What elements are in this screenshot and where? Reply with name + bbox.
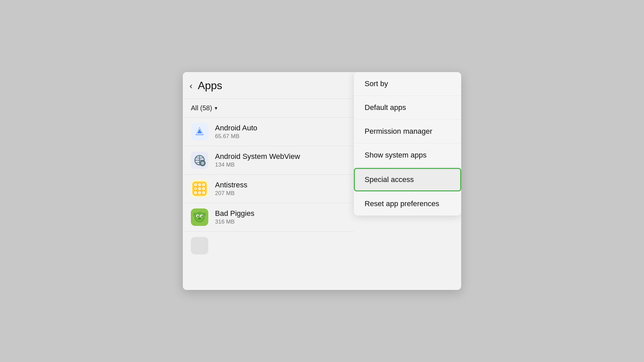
filter-label: All (58)	[191, 104, 212, 112]
svg-point-21	[198, 191, 202, 195]
partial-app-icon	[191, 237, 208, 254]
menu-item-show-system-apps[interactable]: Show system apps	[354, 143, 461, 167]
svg-point-19	[202, 187, 206, 191]
app-size: 65.67 MB	[215, 133, 257, 140]
svg-point-33	[193, 213, 197, 217]
app-icon-android-auto	[191, 123, 208, 140]
app-info-antistress: Antistress 207 MB	[215, 181, 248, 197]
svg-point-31	[199, 218, 200, 219]
apps-panel: ‹ Apps All (58) ▾ Android Auto	[183, 72, 354, 290]
dropdown-menu: Sort by Default apps Permission manager …	[354, 72, 461, 216]
svg-point-22	[202, 191, 206, 195]
app-icon-webview	[191, 152, 208, 169]
svg-point-29	[201, 216, 203, 217]
svg-rect-10	[200, 163, 201, 164]
svg-point-17	[194, 187, 198, 191]
svg-point-34	[203, 213, 206, 217]
svg-point-20	[194, 191, 198, 195]
apps-header: ‹ Apps	[183, 72, 354, 99]
app-name: Bad Piggies	[215, 209, 254, 218]
app-size: 207 MB	[215, 190, 248, 197]
app-size: 316 MB	[215, 219, 254, 225]
menu-item-sort-by[interactable]: Sort by	[354, 72, 461, 96]
svg-point-32	[200, 218, 201, 219]
app-size: 134 MB	[215, 162, 300, 168]
filter-dropdown-arrow: ▾	[215, 105, 217, 111]
svg-point-15	[198, 183, 202, 187]
list-item[interactable]: Android Auto 65.67 MB	[183, 118, 354, 146]
page-title: Apps	[198, 79, 222, 92]
list-item[interactable]: Antistress 207 MB	[183, 175, 354, 203]
app-info-android-auto: Android Auto 65.67 MB	[215, 124, 257, 140]
app-name: Android Auto	[215, 124, 257, 132]
menu-item-special-access[interactable]: Special access	[354, 168, 461, 191]
svg-point-18	[198, 187, 202, 191]
menu-item-reset-app-preferences[interactable]: Reset app preferences	[354, 192, 461, 216]
svg-rect-11	[204, 163, 206, 164]
filter-row[interactable]: All (58) ▾	[183, 99, 354, 118]
svg-rect-8	[202, 160, 203, 162]
app-info-bad-piggies: Bad Piggies 316 MB	[215, 209, 254, 225]
app-info-webview: Android System WebView 134 MB	[215, 152, 300, 168]
list-item[interactable]: Bad Piggies 316 MB	[183, 203, 354, 232]
svg-point-16	[202, 183, 206, 187]
menu-item-default-apps[interactable]: Default apps	[354, 96, 461, 120]
svg-point-28	[197, 216, 199, 217]
app-name: Antistress	[215, 181, 248, 189]
menu-item-permission-manager[interactable]: Permission manager	[354, 120, 461, 143]
partial-app-item	[183, 232, 354, 260]
svg-point-14	[194, 183, 198, 187]
app-icon-antistress	[191, 180, 208, 197]
svg-rect-9	[202, 165, 203, 166]
list-item[interactable]: Android System WebView 134 MB	[183, 146, 354, 175]
app-list: Android Auto 65.67 MB	[183, 118, 354, 232]
app-icon-bad-piggies	[191, 208, 208, 226]
screen-container: ACADEMY ‹ Apps All (58) ▾	[183, 72, 461, 290]
back-button[interactable]: ‹	[190, 81, 193, 90]
app-name: Android System WebView	[215, 152, 300, 161]
svg-point-7	[201, 162, 204, 165]
